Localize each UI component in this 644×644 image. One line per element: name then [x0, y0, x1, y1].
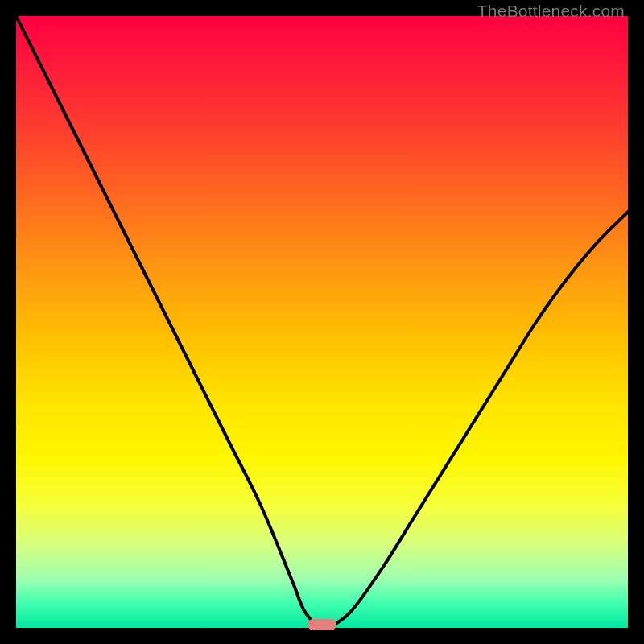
watermark-text: TheBottleneck.com	[477, 2, 625, 21]
plot-area	[16, 16, 628, 628]
bottleneck-curve	[16, 16, 628, 628]
curve-path	[16, 16, 628, 628]
optimum-marker	[308, 619, 336, 630]
chart-frame: TheBottleneck.com	[0, 0, 644, 644]
